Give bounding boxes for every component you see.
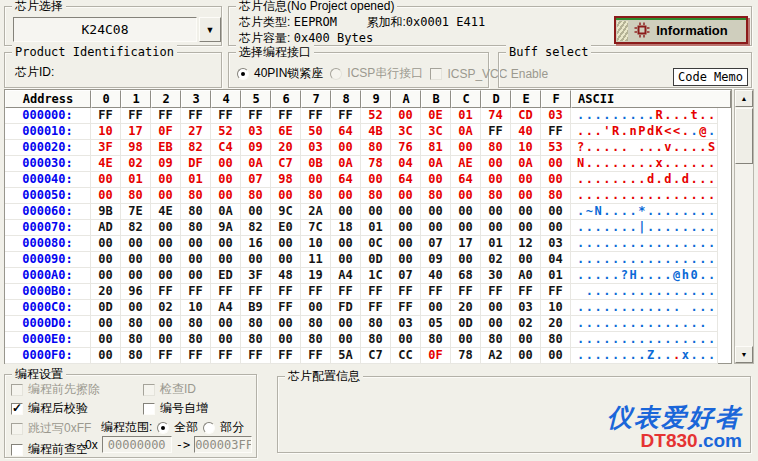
hex-byte-cell[interactable]: 96	[121, 284, 151, 300]
hex-byte-cell[interactable]: 80	[121, 348, 151, 364]
hex-byte-cell[interactable]: 02	[151, 300, 181, 316]
hex-byte-cell[interactable]: 80	[241, 316, 271, 332]
hex-byte-cell[interactable]: 00	[391, 236, 421, 252]
hex-byte-cell[interactable]: 68	[451, 268, 481, 284]
hex-byte-cell[interactable]: 00	[91, 188, 121, 204]
radio-range-partial[interactable]: 部分	[203, 419, 244, 436]
hex-byte-cell[interactable]: 80	[541, 332, 571, 348]
hex-byte-cell[interactable]: 64	[451, 172, 481, 188]
hex-byte-cell[interactable]: FF	[391, 300, 421, 316]
hex-byte-cell[interactable]: 03	[391, 316, 421, 332]
hex-byte-cell[interactable]: FF	[91, 108, 121, 124]
hex-byte-cell[interactable]: 03	[241, 124, 271, 140]
hex-byte-cell[interactable]: 00	[421, 220, 451, 236]
hex-byte-cell[interactable]: CC	[391, 348, 421, 364]
hex-byte-cell[interactable]: 00	[481, 204, 511, 220]
hex-byte-cell[interactable]: FF	[541, 284, 571, 300]
hex-byte-cell[interactable]: 00	[211, 332, 241, 348]
hex-byte-cell[interactable]: 0D	[91, 300, 121, 316]
hex-byte-cell[interactable]: 48	[271, 268, 301, 284]
hex-byte-cell[interactable]: 10	[541, 300, 571, 316]
hex-byte-cell[interactable]: FF	[271, 284, 301, 300]
hex-byte-cell[interactable]: 98	[271, 172, 301, 188]
hex-byte-cell[interactable]: 00	[211, 172, 241, 188]
hex-byte-cell[interactable]: 16	[241, 236, 271, 252]
hex-byte-cell[interactable]: 00	[151, 220, 181, 236]
hex-byte-cell[interactable]: 0A	[241, 156, 271, 172]
hex-byte-cell[interactable]: 00	[541, 220, 571, 236]
hex-byte-cell[interactable]: 01	[121, 172, 151, 188]
ascii-cell[interactable]: .~N....*........	[571, 204, 718, 220]
hex-byte-cell[interactable]: FF	[151, 284, 181, 300]
hex-byte-cell[interactable]: FF	[421, 284, 451, 300]
hex-byte-cell[interactable]: 80	[121, 316, 151, 332]
hex-byte-cell[interactable]: 80	[301, 188, 331, 204]
hex-byte-cell[interactable]: 7C	[301, 220, 331, 236]
hex-byte-cell[interactable]: FF	[481, 124, 511, 140]
hex-byte-cell[interactable]: 52	[361, 108, 391, 124]
hex-byte-cell[interactable]: 00	[271, 252, 301, 268]
chip-select-combobox[interactable]: K24C08	[13, 17, 197, 42]
hex-byte-cell[interactable]: 00	[331, 332, 361, 348]
hex-byte-cell[interactable]: FF	[241, 108, 271, 124]
hex-byte-cell[interactable]: 0B	[301, 156, 331, 172]
hex-byte-cell[interactable]: 01	[541, 268, 571, 284]
hex-byte-cell[interactable]: 09	[151, 156, 181, 172]
hex-byte-cell[interactable]: 76	[391, 140, 421, 156]
hex-byte-cell[interactable]: 0A	[211, 204, 241, 220]
hex-byte-cell[interactable]: 00	[391, 252, 421, 268]
hex-byte-cell[interactable]: 01	[361, 220, 391, 236]
hex-byte-cell[interactable]: 00	[541, 172, 571, 188]
hex-byte-cell[interactable]: 00	[211, 188, 241, 204]
hex-byte-cell[interactable]: EB	[151, 140, 181, 156]
hex-byte-cell[interactable]: 00	[151, 268, 181, 284]
hex-byte-cell[interactable]: 00	[151, 172, 181, 188]
hex-byte-cell[interactable]: 80	[121, 188, 151, 204]
hex-byte-cell[interactable]: 80	[181, 316, 211, 332]
hex-byte-cell[interactable]: FD	[331, 300, 361, 316]
hex-byte-cell[interactable]: 00	[91, 268, 121, 284]
hex-byte-cell[interactable]: AE	[451, 156, 481, 172]
hex-byte-cell[interactable]: 10	[91, 124, 121, 140]
hex-byte-cell[interactable]: 00	[331, 140, 361, 156]
hex-byte-cell[interactable]: 00	[421, 204, 451, 220]
hex-byte-cell[interactable]: 00	[451, 332, 481, 348]
hex-byte-cell[interactable]: 00	[511, 172, 541, 188]
hex-byte-cell[interactable]: 00	[241, 204, 271, 220]
hex-byte-cell[interactable]: 00	[121, 300, 151, 316]
hex-byte-cell[interactable]: 03	[541, 108, 571, 124]
hex-byte-cell[interactable]: FF	[271, 348, 301, 364]
hex-byte-cell[interactable]: 00	[481, 172, 511, 188]
checkbox-blank-check-before-program[interactable]: 编程前查空	[11, 441, 88, 458]
hex-byte-cell[interactable]: FF	[151, 348, 181, 364]
hex-byte-cell[interactable]: 20	[91, 284, 121, 300]
hex-byte-cell[interactable]: 00	[91, 332, 121, 348]
hex-byte-cell[interactable]: 20	[541, 316, 571, 332]
hex-byte-cell[interactable]: 17	[451, 236, 481, 252]
hex-byte-cell[interactable]: 00	[451, 252, 481, 268]
hex-byte-cell[interactable]: 00	[151, 316, 181, 332]
hex-byte-cell[interactable]: 80	[181, 204, 211, 220]
hex-byte-cell[interactable]: 00	[541, 348, 571, 364]
radio-range-all[interactable]: 全部	[157, 419, 198, 436]
hex-byte-cell[interactable]: FF	[241, 348, 271, 364]
hex-byte-cell[interactable]: 82	[181, 140, 211, 156]
ascii-cell[interactable]: ................	[571, 252, 718, 268]
hex-byte-cell[interactable]: 2A	[301, 204, 331, 220]
scroll-up-button[interactable]: ▲	[735, 90, 753, 107]
hex-byte-cell[interactable]: 27	[181, 124, 211, 140]
hex-byte-cell[interactable]: FF	[361, 300, 391, 316]
hex-byte-cell[interactable]: 00	[511, 332, 541, 348]
hex-byte-cell[interactable]: 10	[181, 300, 211, 316]
ascii-cell[interactable]: ............ ...	[571, 300, 718, 316]
hex-byte-cell[interactable]: 1C	[361, 268, 391, 284]
hex-byte-cell[interactable]: ED	[211, 268, 241, 284]
checkbox-verify-after-program[interactable]: 编程后校验	[11, 400, 88, 417]
hex-byte-cell[interactable]: 00	[391, 332, 421, 348]
hex-byte-cell[interactable]: 40	[511, 124, 541, 140]
scrollbar-thumb[interactable]	[735, 108, 753, 164]
hex-byte-cell[interactable]: 00	[301, 172, 331, 188]
hex-byte-cell[interactable]: 01	[481, 236, 511, 252]
hex-byte-cell[interactable]: 00	[91, 252, 121, 268]
hex-byte-cell[interactable]: 82	[241, 220, 271, 236]
